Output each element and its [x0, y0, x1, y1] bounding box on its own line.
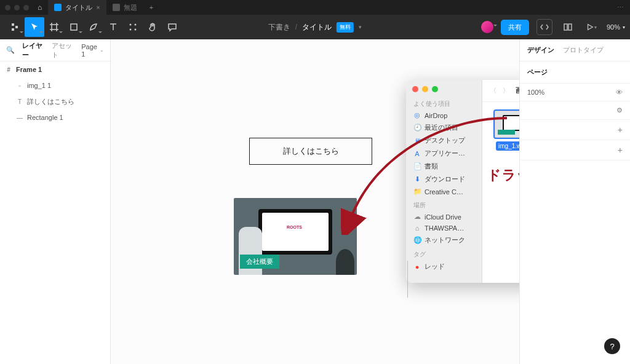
- svg-point-1: [130, 24, 132, 26]
- sidebar-item-documents[interactable]: 📄書類: [406, 160, 482, 173]
- sidebar-item-creative[interactable]: 📁Creative C…: [406, 186, 482, 197]
- sliders-icon[interactable]: ⚙: [616, 106, 623, 114]
- shape-tool[interactable]: [64, 17, 84, 37]
- sidebar-item-downloads[interactable]: ⬇ダウンロード: [406, 173, 482, 186]
- present-button[interactable]: ▾: [583, 19, 599, 35]
- layer-frame[interactable]: # Frame 1: [0, 61, 110, 77]
- canvas[interactable]: 詳しくはこちら ROOTS 会社概要 ドラッグ&ドロップ よく使う項目 ◎Air…: [111, 39, 519, 364]
- layer-text[interactable]: T 詳しくはこちら: [0, 93, 110, 109]
- layers-panel: 🔍 レイヤー アセット Page 1⌄ # Frame 1 ▫ img_1 1 …: [0, 39, 111, 364]
- image-layer-icon: ▫: [16, 82, 23, 89]
- tab-label: 無題: [124, 3, 137, 12]
- toolbar: 下書き / タイトル 無料 ▾ 共有 ▾ 90%▾: [0, 15, 630, 39]
- plus-icon[interactable]: +: [618, 145, 623, 155]
- free-badge: 無料: [337, 22, 354, 33]
- add-section-row-1[interactable]: +: [520, 120, 630, 140]
- layer-image[interactable]: ▫ img_1 1: [0, 77, 110, 93]
- back-button[interactable]: 〈: [490, 86, 496, 95]
- sidebar-item-network[interactable]: 🌐ネットワーク: [406, 234, 482, 247]
- sidebar-item-recent[interactable]: 🕘最近の項目: [406, 121, 482, 134]
- hand-tool[interactable]: [143, 17, 162, 37]
- file-thumbnail: [495, 111, 519, 138]
- avatar[interactable]: [481, 21, 493, 33]
- text-layer-icon: T: [16, 98, 23, 105]
- sidebar-item-applications[interactable]: Aアプリケー…: [406, 147, 482, 160]
- chevron-down-icon[interactable]: ▾: [359, 24, 362, 30]
- tab-label: タイトル: [65, 3, 92, 12]
- design-panel: デザイン プロトタイプ ページ 100% 👁 ⚙ + +: [519, 39, 630, 364]
- finder-sidebar: よく使う項目 ◎AirDrop 🕘最近の項目 🖥デスクトップ Aアプリケー… 📄…: [406, 80, 482, 283]
- window-tab-bar: ⌂ タイトル × 無題 + ⋯: [0, 0, 630, 15]
- window-controls[interactable]: [5, 5, 29, 10]
- visibility-icon[interactable]: 👁: [616, 89, 623, 96]
- scroll-indicator: [407, 261, 408, 298]
- frame-icon: #: [5, 66, 12, 73]
- sidebar-item-thawspa[interactable]: ⌂THAWSPA…: [406, 223, 482, 234]
- photo-logo: ROOTS: [287, 225, 302, 229]
- sidebar-item-airdrop[interactable]: ◎AirDrop: [406, 109, 482, 121]
- cta-button-element[interactable]: 詳しくはこちら: [249, 138, 372, 165]
- annotation-text: ドラッグ&ドロップ: [487, 166, 519, 184]
- photo-label: 会社概要: [240, 255, 279, 269]
- file-item[interactable]: img_1.webp: [491, 111, 519, 151]
- frame-tool[interactable]: [44, 17, 64, 37]
- file-name: img_1.webp: [496, 141, 519, 151]
- add-section-row-2[interactable]: +: [520, 140, 630, 160]
- svg-point-2: [135, 24, 137, 26]
- move-tool[interactable]: [25, 17, 44, 37]
- svg-point-3: [130, 29, 132, 31]
- figma-file-icon: [113, 4, 120, 11]
- photo-element[interactable]: ROOTS 会社概要: [234, 198, 357, 275]
- main-menu-button[interactable]: [5, 17, 25, 37]
- figma-file-icon: [54, 4, 62, 11]
- zoom-control[interactable]: 90%▾: [607, 23, 625, 31]
- page-section-header: ページ: [520, 61, 630, 84]
- resources-tool[interactable]: [123, 17, 143, 37]
- plus-icon[interactable]: +: [618, 125, 623, 135]
- svg-rect-0: [71, 24, 77, 30]
- file-title: タイトル: [302, 22, 332, 33]
- sidebar-section-tags: タグ: [406, 247, 482, 260]
- home-icon[interactable]: ⌂: [38, 3, 42, 12]
- layers-tab[interactable]: レイヤー: [22, 41, 44, 60]
- forward-button[interactable]: 〉: [503, 86, 509, 95]
- finder-file-grid: img_1.webp img_2.webp img_3.webp: [482, 102, 519, 283]
- sidebar-section-favorites: よく使う項目: [406, 96, 482, 109]
- tab-title[interactable]: タイトル ×: [48, 0, 106, 15]
- rect-layer-icon: —: [16, 114, 23, 121]
- design-tab[interactable]: デザイン: [527, 46, 554, 55]
- library-icon[interactable]: [560, 19, 576, 35]
- document-title-area[interactable]: 下書き / タイトル 無料 ▾: [268, 22, 362, 33]
- layer-rectangle[interactable]: — Rectangle 1: [0, 109, 110, 125]
- settings-row[interactable]: ⚙: [520, 101, 630, 120]
- pen-tool[interactable]: [84, 17, 103, 37]
- help-button[interactable]: ?: [604, 338, 620, 354]
- search-icon[interactable]: 🔍: [6, 46, 15, 54]
- sidebar-item-desktop[interactable]: 🖥デスクトップ: [406, 134, 482, 147]
- sidebar-item-icloud[interactable]: ☁iCloud Drive: [406, 211, 482, 223]
- text-tool[interactable]: [103, 17, 123, 37]
- overflow-menu-icon[interactable]: ⋯: [617, 4, 625, 12]
- prototype-tab[interactable]: プロトタイプ: [563, 46, 604, 55]
- draft-label: 下書き: [268, 22, 290, 33]
- svg-point-4: [135, 29, 137, 31]
- new-tab-button[interactable]: +: [143, 4, 159, 11]
- sidebar-item-tag-red[interactable]: ●レッド: [406, 260, 482, 273]
- close-icon[interactable]: ×: [96, 4, 100, 11]
- assets-tab[interactable]: アセット: [52, 41, 74, 60]
- share-button[interactable]: 共有: [501, 20, 529, 35]
- finder-titlebar: 〈 〉 画像 ▦ ⌄ ☰ ⌄ » 🔍: [482, 80, 519, 102]
- sidebar-section-places: 場所: [406, 197, 482, 211]
- finder-window-controls[interactable]: [412, 86, 438, 92]
- tab-untitled[interactable]: 無題: [106, 0, 143, 15]
- comment-tool[interactable]: [162, 17, 182, 37]
- page-selector[interactable]: Page 1⌄: [81, 43, 104, 58]
- dev-mode-toggle[interactable]: [536, 19, 552, 35]
- opacity-row[interactable]: 100% 👁: [520, 84, 630, 101]
